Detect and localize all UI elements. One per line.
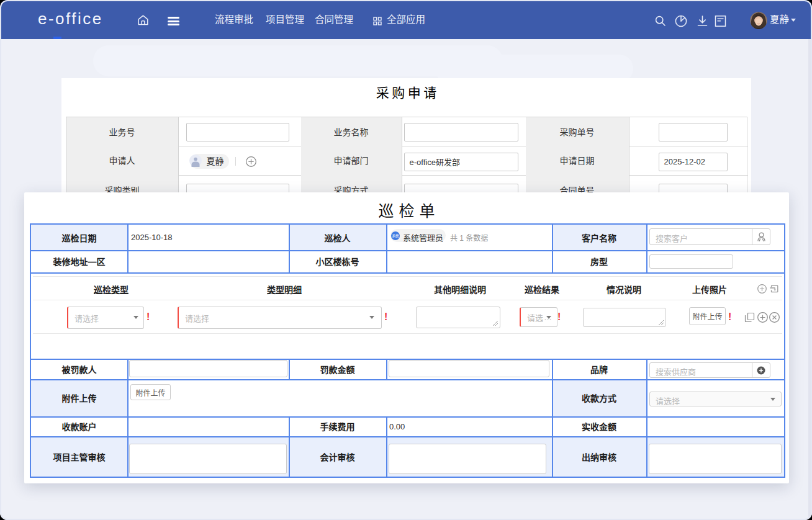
svg-text:系统: 系统 <box>392 233 399 238</box>
